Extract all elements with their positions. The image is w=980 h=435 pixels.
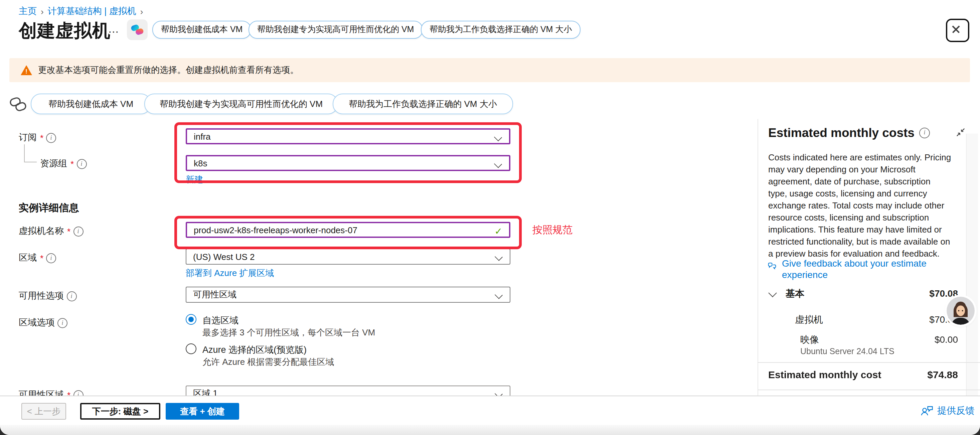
- availability-options-label: 可用性选项 i: [19, 290, 76, 302]
- cost-item-name: 映像: [800, 334, 819, 346]
- info-icon[interactable]: i: [57, 318, 67, 328]
- next-disks-button[interactable]: 下一步: 磁盘 >: [80, 403, 160, 420]
- availability-zone-dropdown[interactable]: 区域 1: [186, 386, 511, 395]
- azure-extended-zones-link[interactable]: 部署到 Azure 扩展区域: [186, 267, 274, 279]
- create-new-resource-group-link[interactable]: 新建: [186, 174, 203, 186]
- overflow-menu-button[interactable]: ⋯: [108, 25, 119, 38]
- validation-check-icon: ✓: [495, 226, 502, 237]
- copilot-suggestion-right-size[interactable]: 帮助我为工作负载选择正确的 VM 大小: [332, 94, 513, 114]
- collapse-panel-button[interactable]: [955, 127, 966, 140]
- azure-selected-zones-radio[interactable]: [186, 343, 196, 354]
- zone-options-label: 区域选项 i: [19, 317, 67, 329]
- give-feedback-link[interactable]: 提供反馈: [921, 405, 975, 417]
- self-selected-zones-radio[interactable]: [186, 314, 196, 325]
- info-icon[interactable]: i: [46, 133, 56, 143]
- azure-selected-zones-label[interactable]: Azure 选择的区域(预览版): [202, 344, 307, 356]
- vm-name-label: 虚拟机名称* i: [19, 225, 83, 237]
- availability-zone-label: 可用性区域* i: [19, 389, 83, 395]
- total-cost-value: $74.88: [927, 369, 958, 380]
- chevron-down-icon: [495, 253, 503, 261]
- annotation-text: 按照规范: [533, 224, 573, 237]
- costs-panel-title: Estimated monthly costs: [768, 126, 915, 140]
- basics-form: 订阅* i infra 资源组* i k8s 新建 实例详细信息 虚拟机名称* …: [0, 120, 757, 395]
- warning-text: 更改基本选项可能会重置所做的选择。创建虚拟机前查看所有选项。: [38, 64, 299, 76]
- previous-button[interactable]: < 上一步: [21, 403, 66, 420]
- feedback-person-icon: [921, 406, 933, 416]
- availability-options-dropdown[interactable]: 可用性区域: [186, 287, 511, 303]
- cost-item-subtext: Ubuntu Server 24.04 LTS: [800, 347, 894, 356]
- azure-selected-zones-desc: 允许 Azure 根据需要分配最佳区域: [202, 356, 334, 368]
- collapse-icon: [955, 127, 966, 138]
- breadcrumb-home-link[interactable]: 主页: [19, 5, 37, 18]
- page-title: 创建虚拟机: [19, 19, 111, 43]
- breadcrumb-section-link[interactable]: 计算基础结构 | 虚拟机: [48, 5, 136, 18]
- review-create-button[interactable]: 查看 + 创建: [165, 403, 239, 420]
- breadcrumb: 主页 › 计算基础结构 | 虚拟机 ›: [19, 5, 147, 18]
- resource-group-dropdown[interactable]: k8s: [186, 155, 511, 171]
- total-cost-label: Estimated monthly cost: [768, 369, 881, 380]
- chevron-down-icon[interactable]: [768, 288, 776, 297]
- info-icon[interactable]: i: [919, 127, 930, 138]
- cost-item-name: 虚拟机: [795, 314, 823, 326]
- breadcrumb-chevron-icon: ›: [140, 6, 143, 16]
- chevron-down-icon: [494, 133, 502, 141]
- subscription-label: 订阅* i: [19, 132, 56, 143]
- footer-bar: < 上一步 下一步: 磁盘 > 查看 + 创建 提供反馈: [0, 395, 980, 425]
- resource-group-label: 资源组* i: [40, 158, 86, 170]
- region-label: 区域* i: [19, 252, 56, 264]
- info-icon[interactable]: i: [73, 390, 83, 395]
- feedback-bubbles-icon: [767, 260, 777, 271]
- copilot-icon: [130, 23, 144, 37]
- resource-group-tree-connector: [24, 144, 37, 163]
- estimate-feedback-link[interactable]: Give feedback about your estimate experi…: [767, 258, 958, 280]
- warning-icon: !: [21, 65, 32, 75]
- info-icon[interactable]: i: [76, 159, 86, 169]
- self-selected-zones-label[interactable]: 自选区域: [202, 315, 239, 327]
- instance-details-heading: 实例详细信息: [19, 202, 79, 215]
- copilot-suggestion-high-availability[interactable]: 帮助我创建专为实现高可用性而优化的 VM: [248, 21, 423, 39]
- copilot-suggestion-low-cost[interactable]: 帮助我创建低成本 VM: [152, 21, 251, 39]
- self-selected-zones-desc: 最多选择 3 个可用性区域，每个区域一台 VM: [202, 327, 375, 339]
- subscription-dropdown[interactable]: infra: [186, 128, 511, 144]
- copilot-outline-icon: [10, 96, 27, 116]
- chevron-down-icon: [495, 390, 503, 395]
- window-bottom-band: [0, 425, 980, 435]
- breadcrumb-chevron-icon: ›: [41, 6, 44, 16]
- info-icon[interactable]: i: [67, 291, 76, 301]
- vm-name-input[interactable]: prod-usw2-k8s-freeleaps-worker-nodes-07 …: [186, 222, 511, 238]
- cost-item-value: $0.00: [935, 334, 958, 345]
- divider: [757, 390, 980, 390]
- chevron-down-icon: [495, 291, 503, 299]
- region-dropdown[interactable]: (US) West US 2: [186, 249, 511, 265]
- divider: [757, 362, 980, 363]
- estimated-costs-panel: Estimated monthly costs i Costs indicate…: [757, 0, 980, 395]
- copilot-suggestion-right-size[interactable]: 帮助我为工作负载选择正确的 VM 大小: [421, 21, 581, 39]
- costs-disclaimer: Costs indicated here are estimates only.…: [768, 152, 951, 260]
- copilot-button[interactable]: [127, 19, 148, 40]
- cost-group-name[interactable]: 基本: [786, 288, 804, 300]
- create-vm-blade: 主页 › 计算基础结构 | 虚拟机 › 创建虚拟机 ⋯ 帮助我创建低成本 VM …: [0, 0, 980, 435]
- copilot-suggestion-high-availability[interactable]: 帮助我创建专为实现高可用性而优化的 VM: [144, 94, 338, 114]
- info-icon[interactable]: i: [46, 253, 56, 263]
- copilot-suggestion-low-cost[interactable]: 帮助我创建低成本 VM: [31, 94, 151, 114]
- avatar[interactable]: [947, 297, 975, 325]
- chevron-down-icon: [494, 160, 502, 168]
- info-icon[interactable]: i: [73, 226, 83, 236]
- cost-group-value: $70.08: [929, 288, 958, 299]
